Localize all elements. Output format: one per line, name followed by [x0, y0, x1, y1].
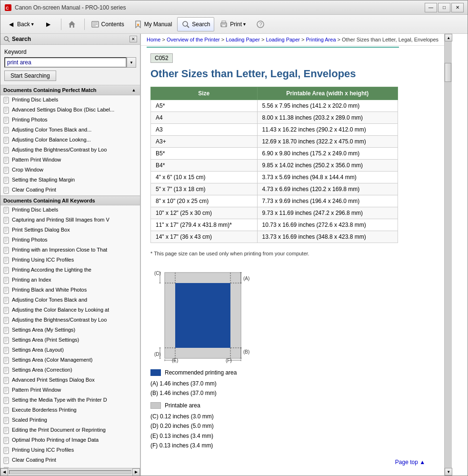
list-item[interactable]: Settings Area (Layout): [0, 345, 140, 355]
list-item[interactable]: Optimal Photo Printing of Image Data: [0, 435, 140, 446]
list-item[interactable]: Printing Photos: [0, 235, 140, 245]
doc-icon: [3, 227, 10, 234]
svg-rect-64: [4, 227, 9, 233]
scroll-left-button[interactable]: ◀: [0, 468, 8, 476]
doc-icon: [3, 427, 10, 435]
breadcrumb-loading1[interactable]: Loading Paper: [226, 37, 260, 42]
close-button[interactable]: ✕: [451, 3, 464, 12]
list-item[interactable]: Execute Borderless Printing: [0, 405, 140, 415]
list-item[interactable]: Adjusting Color Tones Black and...: [0, 125, 140, 135]
list-item[interactable]: Editing the Print Document or Reprinting: [0, 425, 140, 435]
svg-text:(B): (B): [243, 349, 249, 354]
list-item[interactable]: Advanced Settings Dialog Box (Disc Label…: [0, 105, 140, 115]
all-keywords-header: Documents Containing All Keywords: [0, 196, 140, 205]
list-item[interactable]: Capturing and Printing Still Images from…: [0, 215, 140, 225]
list-item[interactable]: Adjusting Color Tones Black and: [0, 295, 140, 305]
table-cell: 6.90 x 9.80 inches (175.2 x 249.0 mm): [257, 148, 398, 160]
list-item[interactable]: Printing Using ICC Profiles: [0, 255, 140, 265]
list-item[interactable]: Printing an Index: [0, 275, 140, 285]
svg-rect-20: [4, 107, 9, 113]
list-item[interactable]: Clear Coating Print: [0, 185, 140, 195]
svg-rect-148: [4, 437, 9, 444]
table-cell: 13.73 x 16.69 inches (348.8 x 423.8 mm): [257, 231, 398, 243]
doc-icon: [3, 147, 10, 154]
list-item[interactable]: Printing with an Impression Close to Tha…: [0, 245, 140, 255]
list-item[interactable]: Setting the Media Type with the Printer …: [0, 395, 140, 405]
list-item[interactable]: Adjusting the Brightness/Contrast by Loo: [0, 315, 140, 325]
svg-rect-16: [4, 97, 9, 103]
list-item[interactable]: Print Settings Dialog Box: [0, 225, 140, 235]
doc-icon: [3, 167, 10, 174]
list-item[interactable]: Advanced Print Settings Dialog Box: [0, 375, 140, 385]
home-button[interactable]: [63, 17, 82, 31]
doc-text: Adjusting the Brightness/Contrast by Loo: [12, 146, 107, 153]
keyword-dropdown-button[interactable]: ▼: [127, 57, 136, 68]
list-item[interactable]: Printing According the Lighting the: [0, 265, 140, 275]
keyword-input[interactable]: [4, 57, 127, 68]
page-top-link[interactable]: Page top ▲: [150, 454, 435, 470]
doc-text: Printing an Index: [12, 276, 51, 284]
list-item[interactable]: Crop Window: [0, 165, 140, 175]
contents-button[interactable]: Contents: [87, 17, 129, 31]
list-item[interactable]: Printing Disc Labels: [0, 205, 140, 215]
svg-rect-136: [4, 407, 9, 414]
list-item[interactable]: Adjusting the Color Balance by Looking a…: [0, 305, 140, 315]
scroll-down-button[interactable]: ▼: [445, 468, 452, 476]
scroll-right-button[interactable]: ▶: [132, 468, 140, 476]
h-scroll-track[interactable]: [9, 470, 131, 474]
table-row: A311.43 x 16.22 inches (290.2 x 412.0 mm…: [151, 124, 398, 136]
help-button[interactable]: ?: [252, 17, 271, 31]
doc-icon: [3, 267, 10, 274]
list-item[interactable]: Printing Photos: [0, 115, 140, 125]
legend-blue-label: Recommended printing area: [165, 369, 237, 376]
print-icon: [219, 20, 228, 29]
table-cell: 3.73 x 5.69 inches (94.8 x 144.4 mm): [257, 172, 398, 183]
start-search-button[interactable]: Start Searching: [4, 71, 56, 81]
list-item[interactable]: Settings Area (Print Settings): [0, 335, 140, 345]
table-cell: 4" x 6" (10 x 15 cm): [151, 172, 258, 183]
breadcrumb-loading2[interactable]: Loading Paper: [266, 37, 300, 42]
search-panel-close-button[interactable]: ✕: [129, 36, 137, 42]
list-item[interactable]: Clear Coating Print: [0, 456, 140, 466]
list-item[interactable]: Setting the Stapling Margin: [0, 175, 140, 185]
svg-rect-144: [4, 427, 9, 434]
forward-button[interactable]: ▶: [40, 17, 59, 31]
search-button[interactable]: Search: [177, 17, 214, 31]
breadcrumb-printing-area[interactable]: Printing Area: [306, 37, 336, 42]
list-item[interactable]: Scaled Printing: [0, 415, 140, 425]
list-item[interactable]: Printing Disc Labels: [0, 95, 140, 105]
table-row: A5*5.56 x 7.95 inches (141.2 x 202.0 mm): [151, 100, 398, 112]
dim-C: (C) 0.12 inches (3.0 mm): [150, 412, 435, 421]
table-cell: A5*: [151, 100, 258, 112]
maximize-button[interactable]: □: [438, 3, 450, 12]
breadcrumb-home[interactable]: Home: [147, 37, 160, 42]
minimize-button[interactable]: —: [425, 3, 437, 12]
v-scroll-thumb[interactable]: [445, 63, 451, 82]
list-item[interactable]: Printing Black and White Photos: [0, 285, 140, 295]
legend-gray-label: Printable area: [165, 402, 200, 409]
list-item[interactable]: Settings Area (My Settings): [0, 325, 140, 335]
list-item[interactable]: Adjusting the Brightness/Contrast by Loo: [0, 145, 140, 155]
separator-1: [61, 19, 61, 30]
list-item[interactable]: Settings Area (Correction): [0, 365, 140, 375]
table-cell: A3: [151, 124, 258, 136]
list-item[interactable]: Adjusting Color Balance Lookng...: [0, 135, 140, 145]
list-item[interactable]: Printing Using ICC Profiles: [0, 446, 140, 456]
v-scroll-track[interactable]: [445, 41, 452, 468]
doc-text: Adjusting Color Tones Black and: [12, 296, 87, 304]
back-button[interactable]: ◀ Back ▼: [2, 17, 39, 31]
mybookmark-button[interactable]: My Manual: [129, 17, 177, 31]
perfect-match-scroll-up[interactable]: ▲: [130, 87, 137, 93]
list-item[interactable]: Pattern Print Window: [0, 385, 140, 395]
table-cell: 8" x 10" (20 x 25 cm): [151, 195, 258, 207]
contents-label: Contents: [101, 21, 124, 28]
contents-icon: [91, 20, 100, 29]
print-button[interactable]: Print ▼: [215, 17, 251, 31]
doc-text: Scaled Printing: [12, 416, 47, 424]
list-item[interactable]: Settings Area (Color Management): [0, 355, 140, 365]
scroll-up-button[interactable]: ▲: [445, 34, 452, 41]
doc-text: Setting the Stapling Margin: [12, 176, 75, 183]
list-item[interactable]: Pattern Print Window: [0, 155, 140, 165]
breadcrumb-overview[interactable]: Overview of the Printer: [167, 37, 220, 42]
keyword-input-row: ▼: [4, 57, 136, 68]
